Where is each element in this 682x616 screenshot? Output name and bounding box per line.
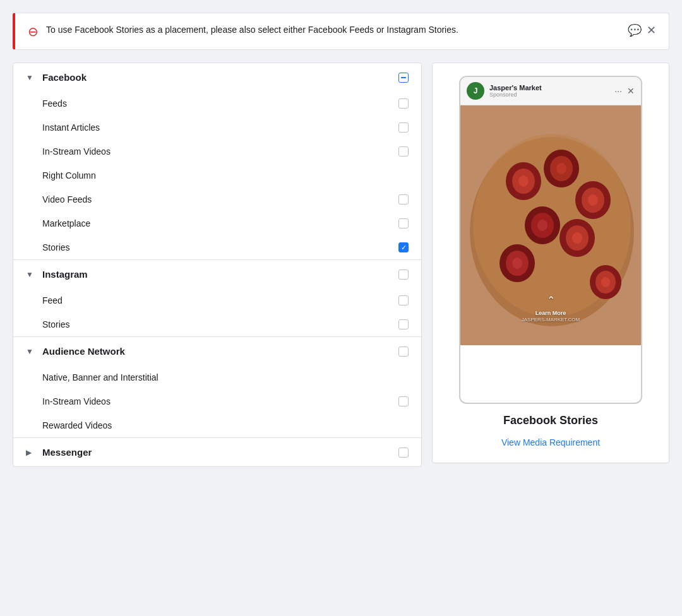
close-icon[interactable]: ✕ bbox=[647, 23, 656, 37]
ig-stories-label: Stories bbox=[42, 319, 391, 329]
audience-network-title: Audience Network bbox=[42, 346, 392, 357]
section-messenger-header: ▶ Messenger bbox=[13, 438, 421, 466]
phone-mockup: J Jasper's Market Sponsored ··· ✕ bbox=[459, 76, 642, 404]
messenger-title: Messenger bbox=[42, 447, 392, 458]
rewarded-videos-label: Rewarded Videos bbox=[42, 420, 391, 430]
preview-panel: J Jasper's Market Sponsored ··· ✕ bbox=[432, 62, 669, 463]
feeds-option: Feeds bbox=[13, 92, 421, 116]
messenger-checkbox[interactable] bbox=[398, 447, 409, 458]
chevron-right-icon-ms[interactable]: ▶ bbox=[26, 448, 36, 457]
instant-articles-label: Instant Articles bbox=[42, 122, 391, 133]
ig-feed-checkbox[interactable] bbox=[398, 295, 409, 305]
right-column-label: Right Column bbox=[42, 170, 391, 181]
view-media-requirement-link[interactable]: View Media Requirement bbox=[501, 437, 600, 447]
audience-network-checkbox[interactable] bbox=[398, 346, 409, 357]
phone-top-bar: J Jasper's Market Sponsored ··· ✕ bbox=[460, 77, 641, 105]
instant-articles-option: Instant Articles bbox=[13, 116, 421, 139]
marketplace-option: Marketplace bbox=[13, 211, 421, 235]
video-feeds-option: Video Feeds bbox=[13, 187, 421, 211]
right-column-no-checkbox bbox=[398, 170, 409, 181]
chevron-down-icon[interactable]: ▼ bbox=[26, 73, 36, 82]
chevron-up-icon: ⌃ bbox=[547, 294, 555, 306]
instant-articles-checkbox[interactable] bbox=[398, 122, 409, 133]
section-instagram-header: ▼ Instagram bbox=[13, 260, 421, 288]
chevron-down-icon-an[interactable]: ▼ bbox=[26, 347, 36, 356]
native-banner-label: Native, Banner and Interstitial bbox=[42, 372, 391, 382]
facebook-partial-checkbox[interactable] bbox=[398, 73, 409, 83]
facebook-title: Facebook bbox=[42, 72, 392, 83]
ig-feed-option: Feed bbox=[13, 288, 421, 312]
rewarded-videos-option: Rewarded Videos bbox=[13, 413, 421, 437]
ig-stories-checkbox[interactable] bbox=[398, 319, 409, 329]
section-facebook: ▼ Facebook Feeds Instant Articles In-Str… bbox=[13, 63, 421, 260]
feeds-label: Feeds bbox=[42, 98, 391, 109]
main-content: ▼ Facebook Feeds Instant Articles In-Str… bbox=[13, 62, 669, 467]
marketplace-checkbox[interactable] bbox=[398, 218, 409, 228]
fb-stories-option: Stories bbox=[13, 235, 421, 259]
native-banner-option: Native, Banner and Interstitial bbox=[13, 365, 421, 389]
website-text: JASPERS-MARKET.COM bbox=[522, 317, 580, 323]
an-in-stream-label: In-Stream Videos bbox=[42, 396, 391, 406]
placement-panel: ▼ Facebook Feeds Instant Articles In-Str… bbox=[13, 62, 422, 467]
section-audience-header: ▼ Audience Network bbox=[13, 337, 421, 365]
section-audience-network: ▼ Audience Network Native, Banner and In… bbox=[13, 337, 421, 438]
in-stream-videos-checkbox[interactable] bbox=[398, 146, 409, 157]
video-feeds-label: Video Feeds bbox=[42, 194, 391, 204]
more-icon[interactable]: ··· bbox=[614, 86, 622, 96]
video-feeds-checkbox[interactable] bbox=[398, 194, 409, 204]
fb-stories-label: Stories bbox=[42, 242, 391, 252]
fb-stories-checkbox[interactable] bbox=[398, 242, 409, 252]
section-instagram: ▼ Instagram Feed Stories bbox=[13, 260, 421, 337]
alert-text: To use Facebook Stories as a placement, … bbox=[46, 23, 620, 37]
an-in-stream-checkbox[interactable] bbox=[398, 396, 409, 406]
right-column-option: Right Column bbox=[13, 163, 421, 187]
brand-info: J Jasper's Market Sponsored bbox=[467, 82, 542, 100]
phone-close-icon[interactable]: ✕ bbox=[627, 86, 635, 96]
ig-stories-option: Stories bbox=[13, 312, 421, 336]
brand-sponsored: Sponsored bbox=[489, 92, 542, 98]
phone-icons: ··· ✕ bbox=[614, 86, 635, 96]
learn-more-text: Learn More bbox=[535, 310, 566, 316]
section-messenger: ▶ Messenger bbox=[13, 438, 421, 466]
message-icon[interactable]: 💬 bbox=[628, 23, 642, 37]
section-facebook-header: ▼ Facebook bbox=[13, 63, 421, 92]
preview-title: Facebook Stories bbox=[503, 414, 598, 427]
instagram-title: Instagram bbox=[42, 269, 392, 280]
brand-avatar: J bbox=[467, 82, 484, 100]
chevron-down-icon-ig[interactable]: ▼ bbox=[26, 270, 36, 279]
rewarded-videos-no-checkbox bbox=[398, 420, 409, 430]
an-in-stream-option: In-Stream Videos bbox=[13, 389, 421, 413]
alert-actions: 💬 ✕ bbox=[628, 23, 656, 37]
svg-rect-24 bbox=[460, 105, 641, 345]
instagram-checkbox[interactable] bbox=[398, 270, 409, 280]
ig-feed-label: Feed bbox=[42, 295, 391, 305]
marketplace-label: Marketplace bbox=[42, 218, 391, 228]
alert-banner: ⊖ To use Facebook Stories as a placement… bbox=[13, 13, 669, 50]
alert-icon: ⊖ bbox=[28, 24, 39, 39]
brand-text: Jasper's Market Sponsored bbox=[489, 84, 542, 98]
food-image: ⌃ Learn More JASPERS-MARKET.COM bbox=[460, 105, 641, 345]
brand-name: Jasper's Market bbox=[489, 84, 542, 92]
in-stream-videos-option: In-Stream Videos bbox=[13, 139, 421, 163]
native-banner-no-checkbox bbox=[398, 372, 409, 382]
feeds-checkbox[interactable] bbox=[398, 98, 409, 109]
in-stream-videos-label: In-Stream Videos bbox=[42, 146, 391, 157]
